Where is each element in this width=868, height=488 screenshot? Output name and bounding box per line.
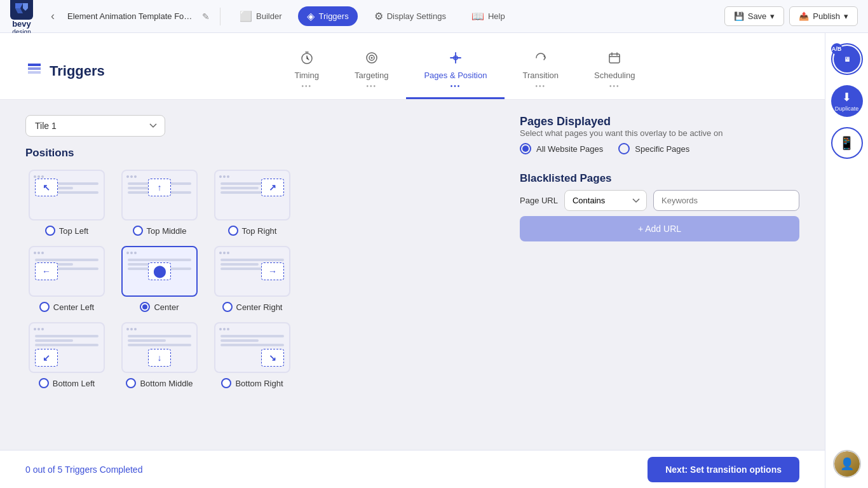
tab-timing[interactable]: Timing ••• (276, 43, 337, 99)
edit-icon[interactable]: ✎ (202, 11, 210, 22)
top-middle-radio (133, 226, 143, 236)
help-button[interactable]: 📖 Help (463, 6, 514, 26)
url-select[interactable]: Contains Equals Starts With Ends With (564, 190, 647, 211)
top-left-label: Top Left (59, 226, 88, 236)
main-content: Triggers Timing ••• Targeting ••• (0, 33, 825, 488)
builder-icon: ⬜ (240, 10, 252, 22)
panel-title: Triggers (50, 63, 105, 79)
panel-icon (25, 60, 43, 82)
position-card-top-middle[interactable]: ↑ Top Middle (118, 170, 201, 236)
triggers-label: Triggers (318, 11, 348, 21)
tab-transition[interactable]: Transition ••• (505, 43, 576, 99)
tab-pages-position[interactable]: Pages & Position ••• (406, 43, 505, 99)
logo: bevy design (10, 0, 33, 36)
position-card-bottom-left[interactable]: ↙ Bottom Left (25, 322, 108, 388)
pages-position-icon (449, 51, 463, 68)
specific-pages-option[interactable]: Specific Pages (618, 143, 689, 154)
url-row: Page URL Contains Equals Starts With End… (520, 190, 799, 211)
add-url-button[interactable]: + Add URL (520, 216, 799, 241)
position-card-top-left[interactable]: ↖ Top Left (25, 170, 108, 236)
transition-dots: ••• (536, 83, 546, 90)
position-preview-top-middle: ↑ (121, 170, 198, 220)
publish-button[interactable]: 📤 Publish ▾ (789, 6, 858, 26)
publish-label: Publish (813, 11, 840, 21)
position-card-center[interactable]: ⬤ Center (118, 246, 201, 312)
transition-label: Transition (522, 71, 559, 80)
nav-right-actions: 💾 Save ▾ 📤 Publish ▾ (724, 6, 858, 26)
timing-dots: ••• (301, 83, 312, 90)
specific-pages-radio (618, 143, 630, 154)
center-label: Center (154, 302, 179, 312)
top-middle-label: Top Middle (147, 226, 187, 236)
tab-targeting[interactable]: Targeting ••• (337, 43, 406, 99)
targeting-dots: ••• (366, 83, 377, 90)
triggers-button[interactable]: ◈ Triggers (298, 6, 357, 26)
bottom-right-radio (221, 378, 231, 388)
bottom-middle-radio (126, 378, 136, 388)
bottom-middle-arrow: ↓ (158, 353, 162, 363)
top-left-radio-label: Top Left (45, 226, 88, 236)
keywords-input[interactable] (653, 190, 799, 211)
blacklisted-title: Blacklisted Pages (520, 172, 799, 185)
center-radio-label: Center (140, 302, 179, 312)
panel-body: Tile 1 Tile 2 Tile 3 Positions ↖ (0, 100, 825, 450)
position-card-bottom-middle[interactable]: ↓ Bottom Middle (118, 322, 201, 388)
bottom-left-label: Bottom Left (53, 379, 95, 388)
duplicate-button[interactable]: ⬇ Duplicate (831, 85, 863, 117)
tabs: Timing ••• Targeting ••• Pages & Positio… (130, 43, 799, 99)
next-button[interactable]: Next: Set transition options (648, 457, 799, 482)
bottom-left-radio-label: Bottom Left (39, 378, 95, 388)
ab-test-button[interactable]: 🖥 A/B (831, 43, 863, 75)
top-right-arrow: ↗ (269, 182, 276, 193)
triggers-panel: Triggers Timing ••• Targeting ••• (0, 33, 825, 488)
bottom-middle-label: Bottom Middle (140, 379, 193, 388)
tab-scheduling[interactable]: Scheduling ••• (576, 43, 653, 99)
display-settings-button[interactable]: ⚙ Display Settings (365, 6, 455, 26)
scheduling-dots: ••• (609, 83, 620, 90)
center-right-radio-label: Center Right (222, 302, 283, 312)
pages-displayed-subtitle: Select what pages you want this overlay … (520, 128, 799, 138)
tile-dropdown-wrap: Tile 1 Tile 2 Tile 3 (25, 115, 165, 137)
tile-select[interactable]: Tile 1 Tile 2 Tile 3 (25, 115, 165, 137)
position-preview-bottom-right: ↘ (214, 322, 290, 373)
save-button[interactable]: 💾 Save ▾ (724, 6, 785, 26)
position-preview-top-right: ↗ (214, 170, 290, 220)
settings-icon: ⚙ (374, 10, 383, 22)
back-button[interactable]: ‹ (46, 7, 60, 25)
save-icon: 💾 (734, 11, 744, 21)
position-preview-center-left: ← (29, 246, 105, 297)
builder-button[interactable]: ⬜ Builder (231, 6, 290, 26)
position-card-top-right[interactable]: ↗ Top Right (211, 170, 294, 236)
next-button-label: Next: Set transition options (665, 464, 782, 475)
svg-rect-6 (609, 54, 620, 63)
center-right-radio (222, 302, 233, 312)
position-preview-bottom-middle: ↓ (121, 322, 198, 373)
mobile-preview-button[interactable]: 📱 (831, 127, 863, 159)
duplicate-icon: ⬇ (842, 90, 851, 104)
position-card-center-right[interactable]: → Center Right (211, 246, 294, 312)
help-label: Help (488, 11, 505, 21)
position-preview-bottom-left: ↙ (29, 322, 105, 373)
mobile-icon: 📱 (839, 135, 855, 151)
panel-title-area: Triggers (25, 60, 105, 82)
position-card-center-left[interactable]: ← Center Left (25, 246, 108, 312)
progress-text: 0 out of 5 Triggers Completed (25, 464, 142, 475)
position-card-bottom-right[interactable]: ↘ Bottom Right (211, 322, 294, 388)
bottom-right-arrow: ↘ (269, 353, 276, 363)
top-middle-arrow: ↑ (158, 182, 162, 193)
center-radio (140, 302, 150, 312)
top-right-radio-label: Top Right (228, 226, 277, 236)
right-sidebar: 🖥 A/B ⬇ Duplicate 📱 👤 (825, 33, 868, 488)
specific-pages-label: Specific Pages (635, 144, 689, 154)
center-left-label: Center Left (53, 302, 94, 312)
left-section: Tile 1 Tile 2 Tile 3 Positions ↖ (25, 115, 494, 435)
pages-radio-group: All Website Pages Specific Pages (520, 143, 799, 154)
positions-grid: ↖ Top Left ↑ (25, 170, 494, 388)
user-avatar: 👤 (833, 450, 861, 478)
right-section: Pages Displayed Select what pages you wa… (520, 115, 799, 435)
builder-label: Builder (256, 11, 281, 21)
top-right-radio (228, 226, 238, 236)
triggers-icon: ◈ (307, 10, 315, 22)
all-pages-option[interactable]: All Website Pages (520, 143, 603, 154)
pages-dots: ••• (451, 83, 461, 90)
